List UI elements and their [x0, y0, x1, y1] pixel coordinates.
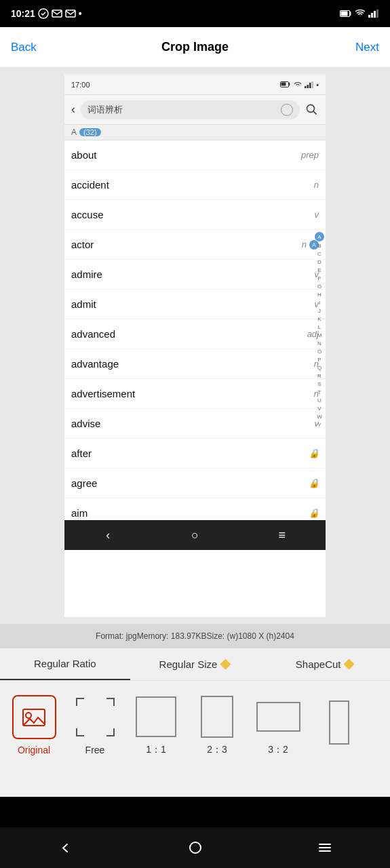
- alpha-r[interactable]: R: [315, 372, 324, 380]
- shape-free[interactable]: Free: [68, 695, 122, 755]
- svg-point-18: [26, 713, 31, 718]
- word-after: after: [71, 448, 92, 459]
- phone-content: 17:00 •: [64, 75, 326, 617]
- inner-home-nav[interactable]: ○: [151, 528, 238, 542]
- word-item-admit[interactable]: admit v: [64, 290, 326, 319]
- svg-point-19: [190, 842, 201, 853]
- alpha-b[interactable]: B: [315, 242, 324, 250]
- word-item-after[interactable]: after 🔒: [64, 439, 326, 469]
- crop-tools: Regular Ratio Regular Size ShapeCut Orig…: [0, 648, 390, 770]
- word-aim: aim: [71, 507, 87, 519]
- word-item-accuse[interactable]: accuse v: [64, 200, 326, 230]
- inner-search-bar[interactable]: 词语辨析: [81, 100, 300, 119]
- nav-menu-icon: [317, 840, 332, 855]
- alpha-g[interactable]: G: [315, 283, 324, 290]
- alpha-o[interactable]: O: [315, 348, 324, 355]
- shape-1x1-label: 1：1: [146, 744, 166, 756]
- word-accuse: accuse: [71, 209, 104, 220]
- nav-back-icon: [58, 840, 73, 855]
- phone-screen: 17:00 •: [0, 68, 390, 624]
- alpha-k[interactable]: K: [315, 315, 324, 323]
- shape-more-preview: [329, 701, 349, 745]
- next-button[interactable]: Next: [338, 41, 379, 54]
- word-item-admire[interactable]: admire v: [64, 260, 326, 290]
- shape-free-label: Free: [85, 745, 105, 755]
- section-count: (32): [79, 128, 101, 136]
- alpha-q[interactable]: Q: [315, 364, 324, 372]
- alpha-i[interactable]: I: [315, 299, 324, 307]
- alpha-e[interactable]: E: [315, 267, 324, 274]
- alpha-t[interactable]: T: [315, 389, 324, 396]
- word-item-advertisement[interactable]: advertisement n: [64, 379, 326, 409]
- word-item-advanced[interactable]: advanced adj: [64, 319, 326, 349]
- alpha-f[interactable]: F: [315, 275, 324, 282]
- svg-rect-14: [312, 81, 314, 88]
- word-item-advise[interactable]: advise v: [64, 409, 326, 439]
- alpha-u[interactable]: U: [315, 397, 324, 404]
- shape-original[interactable]: Original: [7, 695, 61, 755]
- shape-3x2-label: 3：2: [268, 744, 288, 756]
- inner-status-bar: 17:00 •: [64, 75, 326, 95]
- alpha-j[interactable]: J: [315, 307, 324, 315]
- shape-landscape-box: [256, 702, 300, 732]
- alpha-s[interactable]: S: [315, 380, 324, 388]
- alpha-m[interactable]: M: [315, 332, 324, 339]
- shape-2x3-label: 2：3: [207, 744, 227, 756]
- inner-back-nav[interactable]: ‹: [64, 528, 151, 542]
- word-item-accident[interactable]: accident n: [64, 170, 326, 200]
- tab-regular-size[interactable]: Regular Size: [130, 648, 260, 680]
- ratio-tabs: Regular Ratio Regular Size ShapeCut: [0, 648, 390, 681]
- shape-more[interactable]: [312, 701, 366, 750]
- word-advantage: advantage: [71, 358, 119, 370]
- word-item-aim[interactable]: aim 🔒: [64, 498, 326, 520]
- svg-rect-2: [66, 10, 75, 17]
- alphabet-sidebar[interactable]: A B C D E F G H I J K L M N O P Q R S T: [315, 140, 324, 520]
- battery-icon: [340, 10, 352, 17]
- nav-back-button[interactable]: [0, 840, 130, 855]
- corner-tl: [76, 698, 84, 706]
- word-item-about[interactable]: about prep: [64, 140, 326, 170]
- alpha-c[interactable]: C: [315, 250, 324, 258]
- alpha-a[interactable]: A: [315, 232, 324, 241]
- word-advise: advise: [71, 418, 100, 429]
- corner-tr: [106, 698, 115, 706]
- word-about: about: [71, 149, 97, 161]
- alpha-y[interactable]: Y: [315, 421, 324, 429]
- shape-2x3[interactable]: 2：3: [190, 694, 244, 756]
- tab-shape-cut[interactable]: ShapeCut: [260, 648, 390, 680]
- corner-br: [106, 728, 115, 736]
- section-header: A (32): [64, 125, 326, 140]
- tab-shape-cut-label: ShapeCut: [296, 658, 341, 670]
- shape-original-label: Original: [18, 745, 50, 755]
- nav-menu-button[interactable]: [260, 840, 390, 855]
- word-item-actor[interactable]: actor n A: [64, 230, 326, 260]
- nav-home-button[interactable]: [130, 840, 260, 855]
- svg-rect-12: [307, 85, 309, 88]
- shape-tall-box: [329, 701, 349, 745]
- back-button[interactable]: Back: [11, 41, 52, 54]
- section-label: A: [71, 127, 77, 137]
- alpha-l[interactable]: L: [315, 323, 324, 331]
- inner-time: 17:00: [71, 81, 90, 89]
- tab-regular-ratio[interactable]: Regular Ratio: [0, 648, 130, 680]
- corner-bl: [76, 728, 84, 736]
- inner-search-icon[interactable]: [305, 103, 319, 117]
- alpha-v[interactable]: V: [315, 405, 324, 412]
- word-item-agree[interactable]: agree 🔒: [64, 469, 326, 498]
- alpha-h[interactable]: H: [315, 291, 324, 298]
- shape-3x2[interactable]: 3：2: [251, 694, 305, 756]
- inner-wifi: [293, 81, 303, 88]
- diamond-icon-size: [220, 659, 231, 670]
- alpha-d[interactable]: D: [315, 258, 324, 266]
- inner-back-icon[interactable]: ‹: [71, 102, 75, 117]
- alpha-p[interactable]: P: [315, 356, 324, 363]
- original-icon: [20, 704, 47, 731]
- shape-1x1[interactable]: 1：1: [129, 694, 183, 756]
- page-title: Crop Image: [52, 40, 338, 54]
- word-list[interactable]: about prep accident n accuse v actor n A…: [64, 140, 326, 520]
- inner-menu-nav[interactable]: ≡: [239, 528, 326, 542]
- alpha-w[interactable]: W: [315, 413, 324, 420]
- word-item-advantage[interactable]: advantage n: [64, 349, 326, 379]
- spacer: [0, 770, 390, 797]
- alpha-n[interactable]: N: [315, 340, 324, 347]
